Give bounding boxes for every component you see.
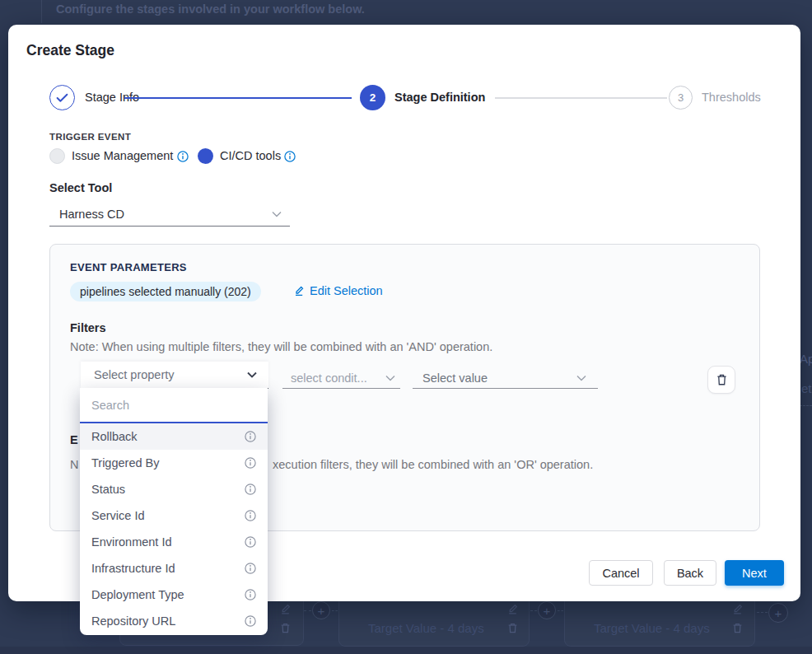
dropdown-item[interactable]: Repository URL: [80, 608, 268, 634]
background-divider: [41, 0, 42, 23]
radio-issue-management-label[interactable]: Issue Management: [72, 148, 173, 164]
dropdown-item-label: Service Id: [91, 509, 144, 522]
dropdown-item-label: Deployment Type: [91, 588, 184, 601]
info-icon[interactable]: [245, 483, 256, 495]
trash-icon: [731, 622, 744, 634]
target-value-label: Target Value - 4 days: [368, 621, 484, 635]
next-button[interactable]: Next: [725, 560, 784, 586]
dropdown-item-label: Status: [91, 483, 125, 496]
step-stage-definition-circle[interactable]: 2: [360, 85, 385, 110]
tool-select-value: Harness CD: [59, 208, 124, 221]
info-icon[interactable]: [284, 151, 296, 162]
background-bottom-strip: [0, 647, 812, 654]
trash-icon: [506, 622, 519, 634]
delete-filter-button[interactable]: [707, 366, 735, 394]
dropdown-item[interactable]: Infrastructure Id: [80, 555, 268, 582]
connector-dash: [558, 610, 563, 611]
dropdown-item-label: Environment Id: [91, 535, 172, 549]
connector-dash: [530, 610, 537, 611]
check-icon: [56, 93, 68, 103]
tool-select[interactable]: Harness CD: [49, 202, 290, 227]
property-select[interactable]: Select property: [81, 362, 268, 389]
add-stage-icon: +: [312, 601, 330, 619]
create-stage-dialog: Create Stage Stage Info 2 Stage Definiti…: [8, 25, 800, 601]
background-header-text: Configure the stages involved in your wo…: [56, 2, 365, 16]
property-select-placeholder: Select property: [94, 368, 175, 381]
info-icon[interactable]: [177, 151, 189, 162]
dropdown-item[interactable]: Triggered By: [80, 450, 268, 476]
add-stage-icon: +: [538, 601, 556, 619]
info-icon[interactable]: [245, 615, 256, 627]
dropdown-item[interactable]: Deployment Type: [80, 582, 268, 608]
execution-filters-note-fragment: N: [70, 458, 78, 471]
edit-icon: [731, 603, 744, 615]
info-icon[interactable]: [245, 457, 256, 469]
edit-icon: [506, 603, 519, 615]
dropdown-item-label: Triggered By: [91, 456, 159, 469]
radio-issue-management[interactable]: [49, 148, 65, 164]
stepper-connector: [124, 97, 352, 99]
chevron-down-icon: [272, 211, 282, 217]
execution-filters-heading-fragment: E: [70, 433, 78, 446]
dropdown-item-label: Infrastructure Id: [91, 562, 175, 575]
cancel-button[interactable]: Cancel: [589, 560, 653, 586]
property-dropdown: Rollback Triggered By Status Service Id …: [80, 388, 268, 635]
select-tool-label: Select Tool: [49, 181, 112, 194]
dropdown-item[interactable]: Environment Id: [80, 529, 268, 555]
dropdown-item[interactable]: Service Id: [80, 502, 268, 529]
target-value-label: Target Value - 4 days: [594, 621, 710, 635]
background-text-fragment: et: [801, 381, 812, 395]
trigger-event-label: TRIGGER EVENT: [49, 132, 131, 142]
dropdown-item-label: Repository URL: [91, 614, 175, 628]
chevron-down-icon: [247, 371, 257, 378]
add-stage-icon: +: [768, 603, 788, 623]
value-select[interactable]: Select value: [413, 367, 598, 389]
step-stage-info-circle[interactable]: [49, 85, 75, 110]
trash-icon: [716, 373, 728, 386]
chevron-down-icon: [576, 375, 586, 381]
info-icon[interactable]: [245, 589, 256, 600]
dropdown-item[interactable]: Status: [80, 476, 268, 502]
connector-dash: [800, 405, 812, 406]
info-icon[interactable]: [245, 431, 256, 442]
connector-dash: [757, 612, 768, 613]
info-icon[interactable]: [245, 510, 256, 521]
dropdown-search: [80, 388, 268, 423]
info-icon[interactable]: [245, 563, 256, 574]
radio-cicd-tools-label[interactable]: CI/CD tools: [220, 148, 281, 164]
edit-selection-label: Edit Selection: [310, 284, 383, 297]
event-parameters-title: EVENT PARAMETERS: [70, 261, 187, 273]
dialog-title: Create Stage: [26, 42, 114, 59]
step-thresholds-label[interactable]: Thresholds: [702, 85, 761, 110]
background-text-fragment: Ap: [800, 352, 812, 366]
chevron-down-icon: [385, 375, 395, 381]
connector-dash: [304, 610, 311, 611]
condition-select[interactable]: select condit...: [282, 367, 400, 389]
filters-note: Note: When using multiple filters, they …: [70, 340, 492, 353]
execution-filters-note-fragment: xecution filters, they will be combined …: [273, 458, 593, 471]
condition-select-placeholder: select condit...: [291, 371, 367, 385]
dropdown-item-label: Rollback: [91, 430, 138, 443]
trash-icon: [279, 622, 292, 634]
filters-title: Filters: [70, 321, 106, 334]
dropdown-list: Rollback Triggered By Status Service Id …: [80, 423, 268, 634]
step-thresholds-circle[interactable]: 3: [669, 86, 693, 110]
dropdown-item[interactable]: Rollback: [80, 423, 268, 450]
search-input[interactable]: [80, 399, 268, 412]
edit-selection-link[interactable]: Edit Selection: [293, 284, 383, 297]
value-select-placeholder: Select value: [422, 371, 488, 385]
back-button[interactable]: Back: [664, 560, 716, 586]
stepper-connector: [495, 97, 667, 99]
info-icon[interactable]: [245, 536, 256, 548]
radio-cicd-tools[interactable]: [198, 148, 213, 164]
step-stage-definition-label[interactable]: Stage Definition: [394, 85, 485, 110]
selection-pill: pipelines selected manually (202): [70, 282, 261, 301]
edit-icon: [279, 603, 292, 615]
connector-dash: [332, 610, 338, 611]
edit-icon: [293, 285, 305, 297]
